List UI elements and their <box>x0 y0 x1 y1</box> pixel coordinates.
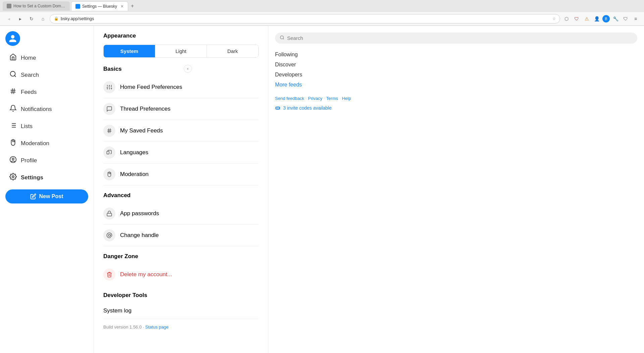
settings-panel: Appearance System Light Dark Basics Home… <box>94 26 268 353</box>
svg-point-31 <box>280 36 283 39</box>
terms-link[interactable]: Terms <box>326 96 338 101</box>
svg-line-32 <box>283 39 284 40</box>
saved-feeds-label: My Saved Feeds <box>120 127 163 134</box>
svg-rect-28 <box>107 151 109 154</box>
advanced-section-title: Advanced <box>103 192 259 199</box>
danger-zone-section: Danger Zone Delete my account... <box>103 253 259 285</box>
lock-icon <box>103 208 115 220</box>
svg-rect-29 <box>107 213 112 216</box>
svg-line-26 <box>108 128 109 133</box>
avatar[interactable] <box>5 31 20 46</box>
languages-label: Languages <box>120 149 148 156</box>
sidebar-label-lists: Lists <box>21 123 33 130</box>
share-icon[interactable]: ⬡ <box>562 14 571 23</box>
moderation-item[interactable]: Moderation <box>103 164 259 185</box>
speech-icon <box>103 103 115 115</box>
new-post-button[interactable]: New Post <box>5 189 88 203</box>
extension-icon-3[interactable]: 🛡 <box>621 14 630 23</box>
hand-icon <box>9 139 17 148</box>
thread-prefs-item[interactable]: Thread Preferences <box>103 98 259 120</box>
tab-favicon-2 <box>75 4 80 9</box>
bookmark-icon: ☆ <box>552 16 556 21</box>
system-log-label: System log <box>103 307 131 314</box>
sidebar-item-settings[interactable]: Settings <box>5 170 88 185</box>
basics-section-title: Basics <box>103 66 259 72</box>
svg-point-0 <box>10 71 15 76</box>
sidebar-item-home[interactable]: Home <box>5 50 88 66</box>
nav-bar: ◂ ▸ ↻ ⌂ 🔒 bsky.app/settings ☆ ⬡ 🛡 ⚠ 👤 B … <box>0 12 644 25</box>
lock-icon: 🔒 <box>54 16 59 21</box>
svg-line-1 <box>14 75 16 77</box>
tab-inactive[interactable]: How to Set a Custom Domain <box>3 1 70 11</box>
at-icon <box>103 229 115 241</box>
settings-footer: Build version 1.56.0 · Status page <box>103 325 259 330</box>
privacy-link[interactable]: Privacy <box>308 96 322 101</box>
sidebar-item-lists[interactable]: Lists <box>5 118 88 134</box>
extension-icon-1[interactable]: B <box>602 15 610 22</box>
tab-title-1: How to Set a Custom Domain <box>13 4 66 8</box>
invite-codes[interactable]: 🎟 3 invite codes available <box>275 105 637 111</box>
back-button[interactable]: ◂ <box>4 14 13 23</box>
languages-icon <box>103 146 115 159</box>
status-page-link[interactable]: Status page <box>145 325 168 330</box>
saved-feeds-item[interactable]: My Saved Feeds <box>103 120 259 142</box>
sidebar-label-search: Search <box>21 72 39 78</box>
developer-tools-section: Developer Tools System log <box>103 292 259 319</box>
theme-dark-button[interactable]: Dark <box>207 45 258 57</box>
tab-bar: How to Set a Custom Domain Settings — Bl… <box>0 0 644 12</box>
collapse-sidebar-button[interactable]: ‹ <box>184 65 192 73</box>
profile-browser-icon[interactable]: 👤 <box>592 14 601 23</box>
sidebar-item-notifications[interactable]: Notifications <box>5 101 88 117</box>
more-feeds-link[interactable]: More feeds <box>275 80 637 89</box>
saved-feeds-icon <box>103 125 115 137</box>
theme-light-button[interactable]: Light <box>155 45 207 57</box>
discover-link[interactable]: Discover <box>275 60 637 69</box>
sep-2: · <box>324 96 325 101</box>
sidebar-item-moderation[interactable]: Moderation <box>5 135 88 151</box>
basics-section: Basics Home Feed Preferences Thread Pref… <box>103 66 259 185</box>
home-button[interactable]: ⌂ <box>38 14 48 23</box>
system-log-item[interactable]: System log <box>103 303 259 319</box>
new-tab-button[interactable]: + <box>129 2 135 10</box>
new-post-label: New Post <box>39 193 63 199</box>
moderation-label: Moderation <box>120 171 149 178</box>
refresh-button[interactable]: ↻ <box>27 14 36 23</box>
build-version: Build version 1.56.0 · <box>103 325 144 330</box>
menu-button[interactable]: ≡ <box>631 14 640 23</box>
invite-codes-label: 3 invite codes available <box>283 105 332 111</box>
tab-title-2: Settings — Bluesky <box>82 4 117 9</box>
sidebar-item-profile[interactable]: Profile <box>5 153 88 168</box>
send-feedback-link[interactable]: Send feedback <box>275 96 304 101</box>
sep-1: · <box>306 96 307 101</box>
search-icon <box>9 70 17 79</box>
alert-icon[interactable]: ⚠ <box>582 14 591 23</box>
settings-content: Appearance System Light Dark Basics Home… <box>94 26 268 336</box>
change-handle-item[interactable]: Change handle <box>103 225 259 246</box>
search-input[interactable] <box>287 35 633 41</box>
search-box[interactable] <box>275 33 637 44</box>
developers-link[interactable]: Developers <box>275 70 637 79</box>
shield-browser-icon[interactable]: 🛡 <box>572 14 581 23</box>
following-link[interactable]: Following <box>275 50 637 59</box>
tab-active[interactable]: Settings — Bluesky ✕ <box>71 1 128 11</box>
sidebar-item-feeds[interactable]: Feeds <box>5 84 88 100</box>
app-passwords-item[interactable]: App passwords <box>103 203 259 225</box>
svg-point-14 <box>12 176 14 178</box>
delete-account-label: Delete my account... <box>120 271 172 278</box>
languages-item[interactable]: Languages <box>103 142 259 164</box>
tab-close-button[interactable]: ✕ <box>120 4 124 9</box>
invite-icon: 🎟 <box>275 105 280 111</box>
address-text: bsky.app/settings <box>61 16 550 21</box>
help-link[interactable]: Help <box>342 96 351 101</box>
forward-button[interactable]: ▸ <box>15 14 25 23</box>
extension-icon-2[interactable]: 🔧 <box>611 14 620 23</box>
home-feed-prefs-item[interactable]: Home Feed Preferences <box>103 76 259 98</box>
tab-favicon-1 <box>7 4 11 8</box>
sidebar-item-search[interactable]: Search <box>5 67 88 83</box>
theme-system-button[interactable]: System <box>104 45 155 57</box>
address-bar[interactable]: 🔒 bsky.app/settings ☆ <box>50 14 560 23</box>
delete-account-item[interactable]: Delete my account... <box>103 264 259 285</box>
theme-toggle: System Light Dark <box>103 45 259 58</box>
svg-point-13 <box>12 158 14 160</box>
appearance-section-title: Appearance <box>103 33 259 39</box>
